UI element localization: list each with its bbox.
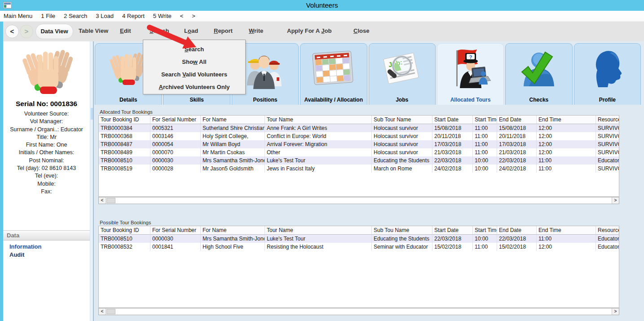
menu-report[interactable]: 4 Report — [122, 13, 145, 19]
table-cell: 17/03/2018 — [432, 140, 473, 148]
table-cell: TRB0008519 — [99, 165, 150, 173]
menu-item-archived-volunteers-only[interactable]: Archived Volunteers Only — [143, 81, 245, 94]
menu-item-show-all[interactable]: Show All — [143, 56, 245, 68]
field-initials: Initials / Other Names: — [3, 149, 90, 156]
table-row[interactable]: TRB00085100000030Mrs Samantha Smith-Jone… — [99, 235, 619, 243]
sidebar-item-information[interactable]: Information — [9, 243, 42, 250]
table-cell: High School Five — [201, 243, 265, 251]
table-cell: 20/11/2018 — [497, 132, 537, 140]
column-header[interactable]: Resource — [596, 116, 619, 124]
menu-item-search[interactable]: Search — [143, 43, 245, 56]
forward-button[interactable]: > — [20, 25, 33, 38]
column-header[interactable]: Start Date — [432, 116, 473, 124]
column-header[interactable]: Tour Name — [265, 116, 372, 124]
load-button[interactable]: Load — [184, 27, 198, 34]
table-row[interactable]: TRB00003680003146Holy Spirit College,Con… — [99, 132, 619, 140]
table-cell: 11:00 — [473, 140, 497, 148]
column-header[interactable]: For Name — [201, 226, 265, 235]
tab-jobs[interactable]: Job: Jobs — [369, 43, 436, 105]
column-header[interactable]: Tour Booking ID — [99, 116, 150, 124]
field-title: Title: Mr — [3, 134, 90, 141]
table-cell: 0001841 — [150, 243, 201, 251]
table-row[interactable]: TRB00085320001841High School FiveResisti… — [99, 243, 619, 251]
column-header[interactable]: Resource — [596, 226, 619, 235]
column-header[interactable]: For Serial Number — [150, 116, 201, 124]
table-cell: 22/03/2018 — [432, 235, 473, 243]
table-cell: 24/02/2018 — [497, 165, 537, 173]
edit-button[interactable]: Edit — [120, 27, 131, 34]
column-header[interactable]: Sub Tour Name — [372, 116, 432, 124]
tab-profile[interactable]: Profile — [574, 43, 641, 105]
data-view-button[interactable]: Data View — [35, 24, 73, 39]
table-row[interactable]: TRB00084870000054Mr Willam BoydArrival F… — [99, 140, 619, 148]
menu-search[interactable]: 2 Search — [64, 13, 87, 19]
sidebar-item-audit[interactable]: Audit — [9, 251, 24, 258]
column-header[interactable]: For Serial Number — [150, 226, 201, 235]
table-cell: SURVIVOR — [596, 165, 619, 173]
table-cell: Holocaust survivor — [372, 132, 432, 140]
table-cell: Holocaust survivor — [372, 124, 432, 132]
menu-item-search-valid-volunteers[interactable]: Search Valid Volunteers — [143, 68, 245, 81]
table-view-button[interactable]: Table View — [79, 27, 108, 34]
menu-main-menu[interactable]: Main Menu — [4, 13, 32, 19]
back-button[interactable]: < — [5, 25, 19, 38]
report-button[interactable]: Report — [214, 27, 233, 34]
column-header[interactable]: Tour Name — [265, 226, 372, 235]
possible-table-title: Possible Tour Bookings — [100, 220, 151, 225]
volunteer-hands-icon — [13, 46, 83, 99]
menu-write[interactable]: 5 Write — [153, 13, 172, 19]
column-header[interactable]: End Date — [497, 226, 537, 235]
table-cell: SURVIVOR — [596, 124, 619, 132]
data-section-header[interactable]: Data — [3, 230, 90, 241]
scroll-left-button[interactable]: < — [99, 197, 106, 204]
close-button[interactable]: Close — [353, 27, 369, 34]
table-cell: Holocaust survivor — [372, 148, 432, 156]
write-button[interactable]: Write — [249, 27, 263, 34]
column-header[interactable]: Tour Booking ID — [99, 226, 150, 235]
column-header[interactable]: End Date — [497, 116, 537, 124]
column-header[interactable]: Start Time — [473, 226, 497, 235]
allocated-table-hscrollbar[interactable]: < > — [98, 197, 619, 204]
scrollbar-thumb[interactable] — [106, 198, 115, 203]
menu-next-arrow[interactable]: > — [192, 13, 195, 19]
tab-availability[interactable]: Availability / Allocation — [300, 43, 367, 105]
table-row[interactable]: TRB00003840005321Sutherland Shire Christ… — [99, 124, 619, 132]
table-cell: 11:00 — [537, 156, 596, 165]
table-row[interactable]: TRB00084890000070Mr Martin CsokasOtherHo… — [99, 148, 619, 156]
tab-checks[interactable]: Checks — [505, 43, 572, 105]
column-header[interactable]: For Name — [201, 116, 265, 124]
scroll-left-button[interactable]: < — [99, 308, 106, 315]
table-cell: 15/08/2018 — [432, 124, 473, 132]
table-cell: Sutherland Shire Christian — [201, 124, 265, 132]
possible-table-hscrollbar[interactable]: < > — [98, 308, 619, 315]
menu-load[interactable]: 3 Load — [96, 13, 114, 19]
table-cell: 11:00 — [473, 243, 497, 251]
table-cell: 12:00 — [537, 140, 596, 148]
scroll-right-button[interactable]: > — [612, 308, 619, 315]
sidebar-scrollbar[interactable] — [90, 41, 93, 321]
scroll-right-button[interactable]: > — [612, 197, 619, 204]
column-header[interactable]: Start Date — [432, 226, 473, 235]
menu-prev-arrow[interactable]: < — [180, 13, 184, 19]
scrollbar-thumb[interactable] — [106, 309, 115, 314]
table-cell: TRB0008510 — [99, 156, 150, 165]
column-header[interactable]: End Time — [537, 116, 596, 124]
field-vol-manager: Vol Manager: — [3, 118, 90, 125]
tab-allocated-tours[interactable]: ? Allocated Tours — [437, 43, 504, 105]
table-cell: Other — [265, 148, 372, 156]
column-header[interactable]: Start Time — [473, 116, 497, 124]
table-cell: 15/02/2018 — [432, 243, 473, 251]
table-cell: 17/03/2018 — [497, 140, 537, 148]
table-cell: 11:00 — [473, 148, 497, 156]
apply-for-a-job-button[interactable]: Apply For A Job — [287, 27, 331, 34]
menu-file[interactable]: 1 File — [41, 13, 55, 19]
table-row[interactable]: TRB00085100000030Mrs Samantha Smith-Jone… — [99, 156, 619, 165]
column-header[interactable]: Sub Tou Name — [372, 226, 432, 235]
table-row[interactable]: TRB00085190000028Mr Jason5 GoldsmithJews… — [99, 165, 619, 173]
table-cell: TRB0008487 — [99, 140, 150, 148]
table-cell: Educator — [596, 235, 619, 243]
column-header[interactable]: End Time — [537, 226, 596, 235]
field-volunteer-source: Volunteer Source: — [3, 110, 90, 118]
table-cell: Mrs Samantha Smith-Jones — [201, 156, 265, 165]
search-button[interactable]: Search — [150, 27, 169, 34]
